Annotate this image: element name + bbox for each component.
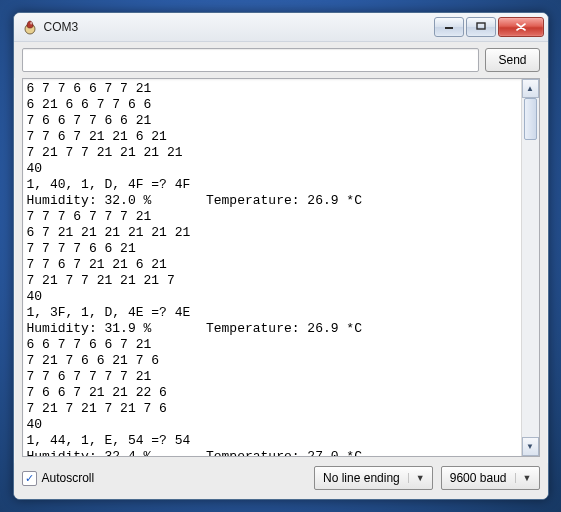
app-icon (22, 19, 38, 35)
scroll-down-button[interactable]: ▼ (522, 437, 539, 456)
minimize-icon (444, 22, 454, 32)
line-ending-dropdown[interactable]: No line ending ▼ (314, 466, 433, 490)
serial-monitor-window: COM3 Send 6 7 7 6 6 7 7 21 6 (13, 12, 549, 500)
window-title: COM3 (44, 20, 79, 34)
autoscroll-label: Autoscroll (42, 471, 95, 485)
scroll-track[interactable] (522, 98, 539, 437)
autoscroll-checkbox[interactable]: ✓ Autoscroll (22, 471, 95, 486)
chevron-down-icon: ▼ (515, 473, 535, 483)
svg-point-1 (30, 22, 32, 25)
checkbox-box: ✓ (22, 471, 37, 486)
scroll-up-button[interactable]: ▲ (522, 79, 539, 98)
bottom-bar: ✓ Autoscroll No line ending ▼ 9600 baud … (14, 463, 548, 499)
chevron-down-icon: ▼ (526, 442, 534, 451)
chevron-up-icon: ▲ (526, 84, 534, 93)
chevron-down-icon: ▼ (408, 473, 428, 483)
close-button[interactable] (498, 17, 544, 37)
baud-rate-value: 9600 baud (450, 471, 507, 485)
console-output[interactable]: 6 7 7 6 6 7 7 21 6 21 6 6 7 7 6 6 7 6 6 … (23, 79, 521, 456)
titlebar: COM3 (14, 13, 548, 42)
maximize-icon (476, 22, 486, 32)
send-button[interactable]: Send (485, 48, 539, 72)
command-input[interactable] (22, 48, 480, 72)
close-icon (516, 22, 526, 33)
console-area: 6 7 7 6 6 7 7 21 6 21 6 6 7 7 6 6 7 6 6 … (22, 78, 540, 457)
maximize-button[interactable] (466, 17, 496, 37)
scroll-thumb[interactable] (524, 98, 537, 140)
baud-rate-dropdown[interactable]: 9600 baud ▼ (441, 466, 540, 490)
line-ending-value: No line ending (323, 471, 400, 485)
vertical-scrollbar[interactable]: ▲ ▼ (521, 79, 539, 456)
svg-rect-2 (445, 27, 453, 29)
svg-rect-3 (477, 23, 485, 29)
check-icon: ✓ (25, 473, 34, 484)
minimize-button[interactable] (434, 17, 464, 37)
caption-buttons (434, 17, 544, 37)
send-toolbar: Send (14, 42, 548, 78)
